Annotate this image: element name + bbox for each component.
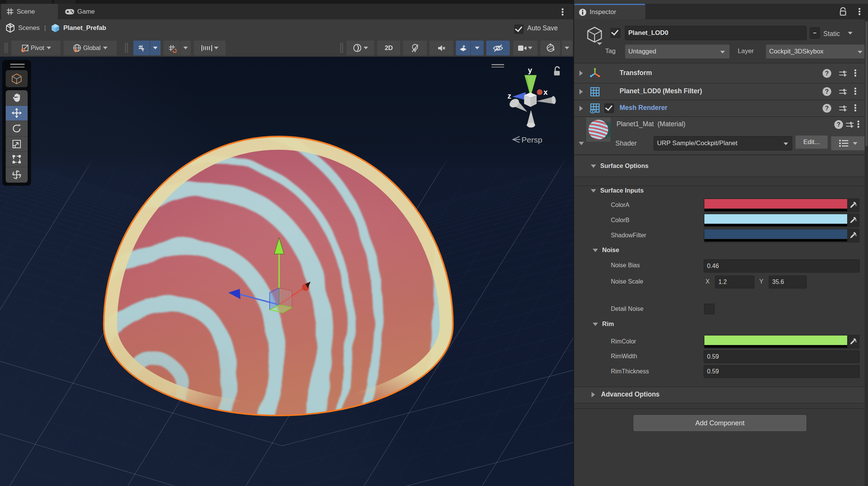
svg-text:y: y [528, 66, 532, 74]
svg-text:Y: Y [142, 48, 144, 52]
svg-text:x: x [543, 88, 548, 96]
svg-text:z: z [507, 92, 511, 100]
svg-text:Persp: Persp [521, 135, 542, 144]
